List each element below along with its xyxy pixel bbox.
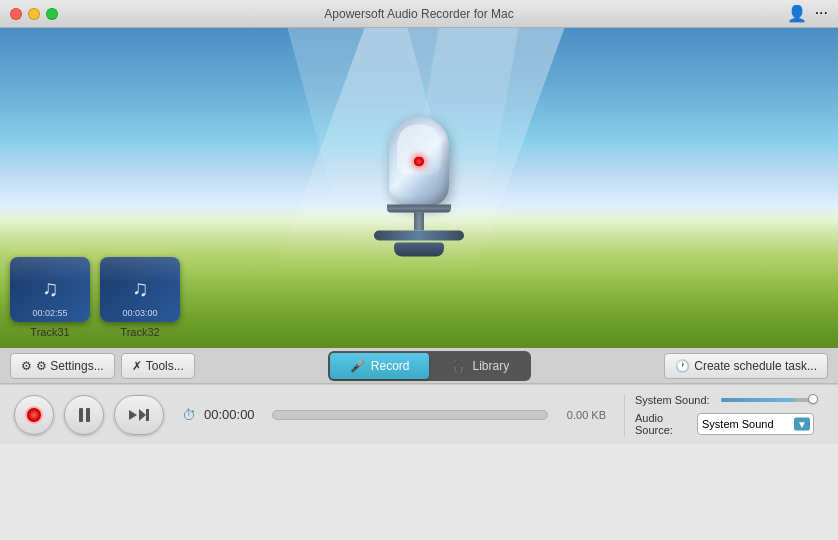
pause-button[interactable] — [64, 395, 104, 435]
tab-record[interactable]: 🎤 Record — [330, 353, 430, 379]
tracks-area: ♫ 00:02:55 Track31 ♫ 00:03:00 Track32 — [10, 257, 180, 338]
volume-knob[interactable] — [808, 394, 818, 404]
settings-label: ⚙ Settings... — [36, 359, 104, 373]
tab-record-label: Record — [371, 359, 410, 373]
source-select-wrapper: System Sound Microphone System + Microph… — [697, 413, 814, 435]
bottom-panel: ⚙ ⚙ Settings... ✗ Tools... 🎤 Record 🎧 Li… — [0, 348, 838, 540]
volume-fill — [721, 398, 795, 402]
maximize-button[interactable] — [46, 8, 58, 20]
mic-tab-icon: 🎤 — [350, 359, 365, 373]
user-icon[interactable]: 👤 — [787, 4, 807, 23]
audio-source-row: Audio Source: System Sound Microphone Sy… — [635, 412, 814, 436]
microphone-graphic — [369, 117, 469, 247]
library-tab-icon: 🎧 — [451, 359, 466, 373]
mic-stand — [394, 243, 444, 257]
titlebar: Apowersoft Audio Recorder for Mac 👤 ··· — [0, 0, 838, 28]
tools-label: Tools... — [146, 359, 184, 373]
clock-icon: ⏱ — [182, 407, 196, 423]
window-controls — [10, 8, 58, 20]
pause-bar-right — [86, 408, 90, 422]
track-time-2: 00:03:00 — [100, 308, 180, 318]
audio-source-label: Audio Source: — [635, 412, 691, 436]
track-thumbnail-1[interactable]: ♫ 00:02:55 — [10, 257, 90, 322]
file-size-display: 0.00 KB — [556, 409, 606, 421]
system-sound-row: System Sound: — [635, 394, 814, 406]
track-time-1: 00:02:55 — [10, 308, 90, 318]
scenery-area: ♫ 00:02:55 Track31 ♫ 00:03:00 Track32 — [0, 28, 838, 348]
schedule-label: Create schedule task... — [694, 359, 817, 373]
pause-icon — [79, 408, 90, 422]
tab-group: 🎤 Record 🎧 Library — [328, 351, 531, 381]
tools-icon: ✗ — [132, 359, 142, 373]
tab-library-label: Library — [472, 359, 509, 373]
tools-button[interactable]: ✗ Tools... — [121, 353, 195, 379]
volume-slider[interactable] — [721, 398, 814, 402]
track-thumbnail-2[interactable]: ♫ 00:03:00 — [100, 257, 180, 322]
settings-tools-area: ⚙ ⚙ Settings... ✗ Tools... — [10, 353, 195, 379]
mic-red-dot — [412, 155, 426, 169]
track-name-1: Track31 — [10, 326, 90, 338]
play-triangle-icon — [129, 410, 137, 420]
skip-bar — [146, 409, 149, 421]
audio-source-select[interactable]: System Sound Microphone System + Microph… — [697, 413, 814, 435]
minimize-button[interactable] — [28, 8, 40, 20]
main-content: ♫ 00:02:55 Track31 ♫ 00:03:00 Track32 ⚙ — [0, 28, 838, 540]
close-button[interactable] — [10, 8, 22, 20]
list-item[interactable]: ♫ 00:02:55 Track31 — [10, 257, 90, 338]
tab-library[interactable]: 🎧 Library — [431, 353, 529, 379]
mic-band — [387, 205, 451, 213]
playback-button[interactable] — [114, 395, 164, 435]
music-icon-1: ♫ — [42, 276, 59, 302]
pause-bar-left — [79, 408, 83, 422]
mic-neck — [414, 213, 424, 231]
right-panel: System Sound: Audio Source: System Sound… — [624, 394, 824, 436]
progress-top: ⏱ 00:00:00 0.00 KB — [182, 407, 606, 423]
track-name-2: Track32 — [100, 326, 180, 338]
gear-icon: ⚙ — [21, 359, 32, 373]
timer-display: 00:00:00 — [204, 407, 264, 422]
record-button[interactable] — [14, 395, 54, 435]
schedule-button[interactable]: 🕐 Create schedule task... — [664, 353, 828, 379]
tab-bar: ⚙ ⚙ Settings... ✗ Tools... 🎤 Record 🎧 Li… — [0, 348, 838, 384]
more-icon[interactable]: ··· — [815, 4, 828, 23]
window-title: Apowersoft Audio Recorder for Mac — [324, 7, 513, 21]
system-sound-label: System Sound: — [635, 394, 715, 406]
controls-bar: ⏱ 00:00:00 0.00 KB System Sound: — [0, 384, 838, 444]
music-icon-2: ♫ — [132, 276, 149, 302]
record-circle-icon — [25, 406, 43, 424]
progress-bar-track[interactable] — [272, 410, 548, 420]
list-item[interactable]: ♫ 00:03:00 Track32 — [100, 257, 180, 338]
mic-body — [389, 117, 449, 207]
settings-button[interactable]: ⚙ ⚙ Settings... — [10, 353, 115, 379]
skip-arrow — [139, 409, 146, 421]
titlebar-icons: 👤 ··· — [787, 4, 828, 23]
mic-base-arm — [374, 231, 464, 241]
progress-area: ⏱ 00:00:00 0.00 KB — [182, 407, 606, 423]
clock-schedule-icon: 🕐 — [675, 359, 690, 373]
skip-icon — [139, 409, 149, 421]
